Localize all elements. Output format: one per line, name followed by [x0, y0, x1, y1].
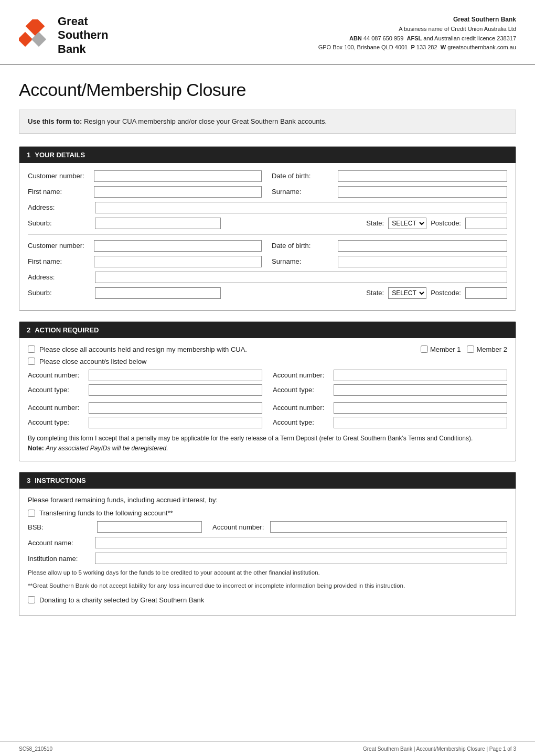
member1-surname-label: Surname: — [272, 188, 335, 196]
close-listed-checkbox[interactable] — [28, 358, 35, 365]
section3-number: 3 — [27, 477, 30, 484]
member1-dob-label: Date of birth: — [272, 172, 335, 180]
donate-option-row: Donating to a charity selected by Great … — [28, 596, 507, 604]
member-divider — [28, 234, 507, 235]
transfer-checkbox[interactable] — [28, 510, 35, 517]
account-name-input[interactable] — [95, 537, 507, 548]
account-col-right-1: Account number: Account type: — [273, 370, 507, 396]
instructions-note2: **Great Southern Bank do not accept liab… — [28, 581, 507, 590]
section1-header: 1 YOUR DETAILS — [19, 147, 516, 163]
transfer-label: Transferring funds to the following acco… — [39, 509, 173, 517]
header-gpo: GPO Box 100, Brisbane QLD 4001 P 133 282… — [318, 43, 516, 52]
close-listed-row: Please close account/s listed below — [28, 358, 507, 365]
instructions-note1: Please allow up to 5 working days for th… — [28, 568, 507, 577]
member1-firstname-label: First name: — [28, 188, 91, 196]
member1-customer-input[interactable] — [94, 170, 262, 182]
member1-state-select[interactable]: SELECT QLDNSWVICSAWATASNTACT — [388, 218, 426, 229]
acct3-num-row: Account number: — [28, 402, 262, 414]
member1-firstname-input[interactable] — [94, 186, 262, 198]
account-grid-row1: Account number: Account type: Account nu… — [28, 370, 507, 396]
acct2-type-input[interactable] — [334, 384, 507, 396]
member1-suburb-input[interactable] — [95, 218, 221, 229]
logo-icon — [19, 19, 51, 52]
member2-postcode-input[interactable] — [465, 287, 507, 299]
member1-address-row: Address: — [28, 202, 507, 213]
member1-check-label: Member 1 — [430, 345, 461, 353]
acct-num-label: Account number: — [212, 523, 264, 531]
institution-name-input[interactable] — [95, 553, 507, 564]
instructions-intro: Please forward remaining funds, includin… — [28, 496, 507, 504]
acct2-num-input[interactable] — [334, 370, 507, 381]
member1-address-input[interactable] — [95, 202, 507, 213]
member1-postcode-label: Postcode: — [431, 219, 461, 227]
acct4-num-input[interactable] — [334, 402, 507, 414]
member1-surname-input[interactable] — [338, 186, 507, 198]
member2-dob-group: Date of birth: — [272, 240, 507, 252]
member2-surname-label: Surname: — [272, 257, 335, 265]
section2-body: Please close all accounts held and resig… — [19, 338, 516, 461]
section2-header: 2 ACTION REQUIRED — [19, 322, 516, 338]
svg-rect-1 — [19, 31, 33, 46]
account-col-left-2: Account number: Account type: — [28, 402, 262, 428]
member2-surname-input[interactable] — [338, 256, 507, 267]
member2-customer-num-group: Customer number: — [28, 240, 263, 252]
transfer-acct-num-input[interactable] — [270, 521, 507, 533]
section-instructions: 3 INSTRUCTIONS Please forward remaining … — [19, 472, 516, 616]
note-bold: Note: — [28, 445, 44, 452]
member1-checkbox[interactable] — [421, 345, 428, 353]
transfer-option-row: Transferring funds to the following acco… — [28, 509, 507, 517]
use-form-description: Resign your CUA membership and/or close … — [84, 117, 327, 125]
member2-dob-input[interactable] — [338, 240, 507, 252]
page-footer: SC58_210510 Great Southern Bank | Accoun… — [0, 741, 535, 756]
member2-customer-input[interactable] — [94, 240, 262, 252]
member2-customer-label: Customer number: — [28, 242, 91, 250]
member1-customer-num-group: Customer number: — [28, 170, 263, 182]
close-all-row: Please close all accounts held and resig… — [28, 345, 507, 353]
institution-name-label: Institution name: — [28, 555, 91, 563]
member2-state-select[interactable]: SELECT QLDNSWVICSAWATASNTACT — [388, 287, 426, 299]
member-checkboxes: Member 1 Member 2 — [421, 345, 507, 353]
member1-postcode-input[interactable] — [465, 218, 507, 229]
member2-address-label: Address: — [28, 273, 91, 281]
close-listed-label: Please close account/s listed below — [39, 358, 147, 365]
member2-suburb-input[interactable] — [95, 287, 221, 299]
member2-suburb-row: Suburb: State: SELECT QLDNSWVICSAWATASNT… — [28, 287, 507, 299]
member2-state-label: State: — [366, 289, 384, 297]
member1-dob-input[interactable] — [338, 170, 507, 182]
acct3-num-input[interactable] — [89, 402, 262, 414]
section2-number: 2 — [27, 326, 30, 334]
footer-left: SC58_210510 — [19, 746, 52, 752]
acct1-type-input[interactable] — [89, 384, 262, 396]
acct1-num-input[interactable] — [89, 370, 262, 381]
acct1-type-row: Account type: — [28, 384, 262, 396]
member2-checkbox[interactable] — [467, 345, 474, 353]
acct1-num-row: Account number: — [28, 370, 262, 381]
account-col-left-1: Account number: Account type: — [28, 370, 262, 396]
acct3-type-input[interactable] — [89, 417, 262, 428]
member1-address-label: Address: — [28, 203, 91, 211]
close-all-checkbox[interactable] — [28, 345, 35, 353]
page-header: Great Southern Bank Great Southern Bank … — [0, 0, 535, 65]
acct2-type-row: Account type: — [273, 384, 507, 396]
bsb-label: BSB: — [28, 523, 91, 531]
member2-surname-group: Surname: — [272, 256, 507, 267]
acct3-type-row: Account type: — [28, 417, 262, 428]
member1-row2: First name: Surname: — [28, 186, 507, 198]
section1-number: 1 — [27, 151, 30, 159]
institution-name-row: Institution name: — [28, 553, 507, 564]
bsb-input[interactable] — [97, 521, 202, 533]
page-title-area: Account/Membership Closure — [0, 65, 535, 110]
member1-surname-group: Surname: — [272, 186, 507, 198]
member1-suburb-row: Suburb: State: SELECT QLDNSWVICSAWATASNT… — [28, 218, 507, 229]
acct4-type-input[interactable] — [334, 417, 507, 428]
donate-checkbox[interactable] — [28, 596, 35, 603]
account-name-label: Account name: — [28, 539, 91, 547]
donate-label: Donating to a charity selected by Great … — [39, 596, 204, 604]
member2-firstname-input[interactable] — [94, 256, 262, 267]
logo-text: Great Southern Bank — [58, 15, 109, 56]
section-your-details: 1 YOUR DETAILS Customer number: Date of … — [19, 146, 516, 311]
footer-right: Great Southern Bank | Account/Membership… — [363, 746, 516, 752]
member2-check-item: Member 2 — [467, 345, 507, 353]
acct4-type-row: Account type: — [273, 417, 507, 428]
member2-address-input[interactable] — [95, 272, 507, 283]
